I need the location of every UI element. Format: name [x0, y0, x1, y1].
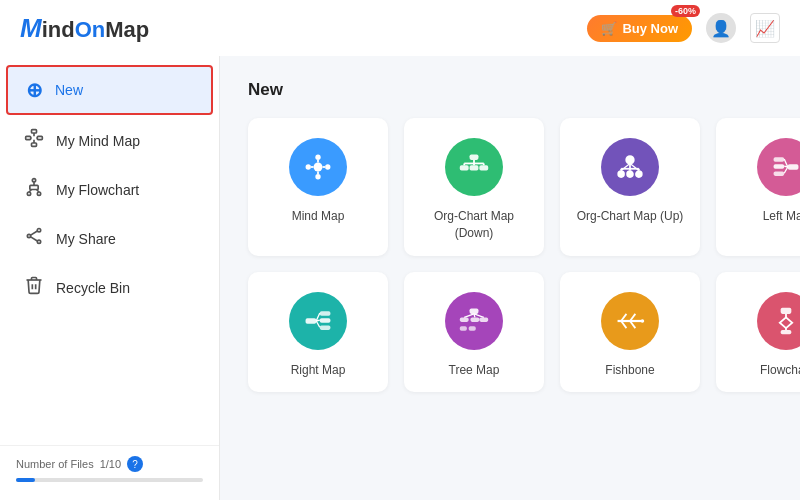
logo-on: On [75, 17, 106, 42]
storage-progress-bar [16, 478, 203, 482]
map-card-left-map[interactable]: Left Map [716, 118, 800, 256]
svg-rect-50 [774, 171, 785, 175]
svg-point-21 [315, 155, 320, 160]
svg-rect-76 [781, 307, 792, 313]
svg-point-16 [27, 234, 30, 237]
svg-point-38 [618, 171, 623, 176]
chart-icon: 📈 [755, 19, 775, 38]
svg-rect-9 [30, 185, 38, 189]
header: MindOnMap 🛒 Buy Now -60% 👤 📈 [0, 0, 800, 56]
map-label-org-chart-down: Org-Chart Map (Down) [434, 208, 514, 242]
svg-rect-55 [320, 311, 331, 315]
sidebar-item-my-mind-map[interactable]: My Mind Map [6, 117, 213, 164]
svg-line-19 [31, 237, 38, 241]
sidebar-footer: Number of Files 1/10 ? [0, 445, 219, 492]
sidebar-item-recycle-bin-label: Recycle Bin [56, 280, 130, 296]
sidebar-item-new-label: New [55, 82, 83, 98]
file-count: Number of Files 1/10 ? [16, 456, 203, 472]
svg-rect-64 [479, 317, 488, 321]
svg-point-11 [37, 192, 40, 195]
files-count: 1/10 [100, 458, 121, 470]
svg-rect-57 [320, 325, 331, 329]
map-icon-org-chart-down [445, 138, 503, 196]
map-label-mind-map: Mind Map [292, 208, 345, 225]
map-icon-right-map [289, 292, 347, 350]
buy-now-button[interactable]: 🛒 Buy Now -60% [587, 15, 692, 42]
svg-rect-49 [774, 164, 785, 168]
svg-rect-30 [460, 165, 469, 170]
svg-marker-77 [780, 317, 792, 328]
content-area: New Mind MapOrg-Chart Map (Down)Org-Char… [220, 56, 800, 500]
map-card-right-map[interactable]: Right Map [248, 272, 388, 393]
avatar-icon: 👤 [711, 19, 731, 38]
section-title: New [248, 80, 772, 100]
svg-point-20 [314, 163, 323, 172]
logo-m: M [20, 13, 42, 43]
svg-rect-1 [26, 136, 31, 139]
svg-rect-66 [469, 326, 476, 330]
svg-point-75 [641, 319, 645, 323]
svg-rect-48 [774, 157, 785, 161]
svg-rect-65 [460, 326, 467, 330]
svg-point-22 [315, 174, 320, 179]
svg-point-8 [32, 179, 35, 182]
svg-rect-32 [470, 165, 479, 170]
main-layout: ⊕ New My Mind Map My Flowchart My Share [0, 56, 800, 500]
map-icon-tree-map [445, 292, 503, 350]
map-label-flowchart: Flowchart [760, 362, 800, 379]
map-icon-fishbone [601, 292, 659, 350]
svg-point-24 [325, 164, 330, 169]
flowchart-icon [24, 177, 44, 202]
map-label-org-chart-up: Org-Chart Map (Up) [577, 208, 684, 225]
files-label: Number of Files [16, 458, 94, 470]
help-icon[interactable]: ? [127, 456, 143, 472]
svg-point-40 [636, 171, 641, 176]
map-card-org-chart-down[interactable]: Org-Chart Map (Down) [404, 118, 544, 256]
svg-rect-0 [32, 130, 37, 133]
sidebar-item-my-share[interactable]: My Share [6, 215, 213, 262]
map-icon-mind-map [289, 138, 347, 196]
logo-map: Map [105, 17, 149, 42]
map-grid: Mind MapOrg-Chart Map (Down)Org-Chart Ma… [248, 118, 772, 392]
svg-rect-3 [32, 143, 37, 146]
svg-rect-47 [788, 164, 799, 169]
svg-point-10 [27, 192, 30, 195]
plus-icon: ⊕ [26, 78, 43, 102]
sidebar-item-my-flowchart-label: My Flowchart [56, 182, 139, 198]
share-icon [24, 226, 44, 251]
svg-rect-63 [470, 317, 479, 321]
map-card-org-chart-up[interactable]: Org-Chart Map (Up) [560, 118, 700, 256]
svg-line-69 [474, 313, 484, 317]
discount-badge: -60% [671, 5, 700, 17]
map-card-mind-map[interactable]: Mind Map [248, 118, 388, 256]
buy-now-label: Buy Now [622, 21, 678, 36]
svg-point-37 [626, 156, 633, 163]
avatar[interactable]: 👤 [706, 13, 736, 43]
logo-text: ind [42, 17, 75, 42]
map-label-right-map: Right Map [291, 362, 346, 379]
map-icon-left-map [757, 138, 800, 196]
storage-progress-fill [16, 478, 35, 482]
sidebar-item-my-share-label: My Share [56, 231, 116, 247]
svg-line-53 [784, 167, 788, 173]
svg-point-23 [306, 164, 311, 169]
map-card-tree-map[interactable]: Tree Map [404, 272, 544, 393]
svg-rect-78 [781, 329, 792, 333]
map-card-fishbone[interactable]: Fishbone [560, 272, 700, 393]
map-icon-org-chart-up [601, 138, 659, 196]
chart-button[interactable]: 📈 [750, 13, 780, 43]
svg-rect-62 [460, 317, 469, 321]
svg-line-67 [464, 313, 474, 317]
svg-rect-2 [37, 136, 42, 139]
svg-rect-56 [320, 318, 331, 322]
logo: MindOnMap [20, 13, 149, 44]
sidebar-item-recycle-bin[interactable]: Recycle Bin [6, 264, 213, 311]
header-right: 🛒 Buy Now -60% 👤 📈 [587, 13, 780, 43]
map-card-flowchart[interactable]: Flowchart [716, 272, 800, 393]
map-label-tree-map: Tree Map [449, 362, 500, 379]
svg-point-17 [37, 240, 40, 243]
map-icon-flowchart [757, 292, 800, 350]
sidebar-item-new[interactable]: ⊕ New [6, 65, 213, 115]
sidebar-item-my-flowchart[interactable]: My Flowchart [6, 166, 213, 213]
trash-icon [24, 275, 44, 300]
